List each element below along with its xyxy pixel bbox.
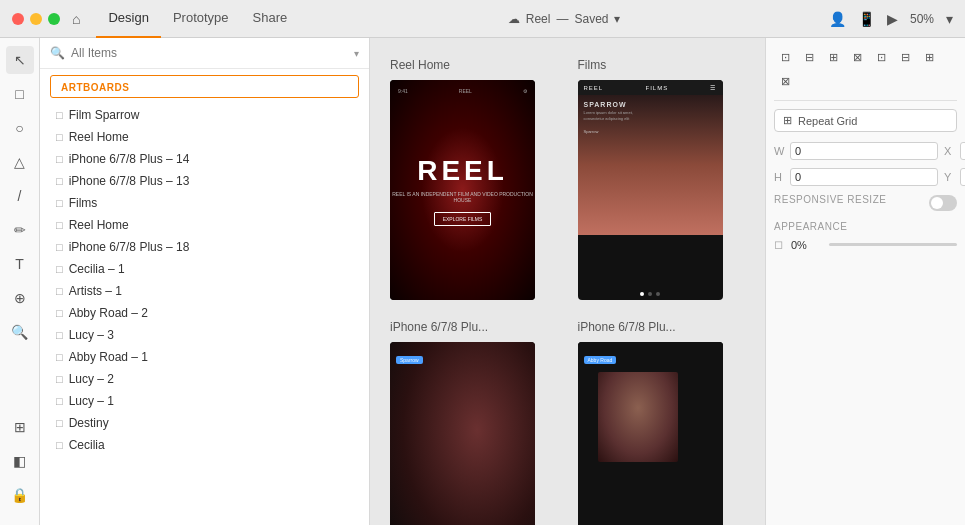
triangle-tool[interactable]: △: [6, 148, 34, 176]
play-icon[interactable]: ▶: [887, 11, 898, 27]
align-left-btn[interactable]: ⊡: [774, 46, 796, 68]
search-input[interactable]: [71, 46, 348, 60]
avatar-icon[interactable]: 👤: [829, 11, 846, 27]
width-label: W: [774, 145, 786, 157]
height-group: H: [774, 168, 938, 186]
list-item[interactable]: □Abby Road – 2: [40, 302, 369, 324]
reel-home-bg: 9:41REEL⚙ REEL REEL IS AN INDEPENDENT FI…: [390, 80, 535, 300]
device-icon[interactable]: 📱: [858, 11, 875, 27]
pen-tool[interactable]: ✏: [6, 216, 34, 244]
align-top-btn[interactable]: ⊡: [870, 46, 892, 68]
explore-films-button[interactable]: EXPLORE FILMS: [434, 212, 492, 226]
list-item[interactable]: □Reel Home: [40, 126, 369, 148]
list-item[interactable]: □Destiny: [40, 412, 369, 434]
dot-1: [640, 292, 644, 296]
close-button[interactable]: [12, 13, 24, 25]
list-item[interactable]: □iPhone 6/7/8 Plus – 18: [40, 236, 369, 258]
artboard-title-iphone13: iPhone 6/7/8 Plu...: [578, 320, 746, 334]
project-status: Saved: [574, 12, 608, 26]
align-center-h-btn[interactable]: ⊟: [798, 46, 820, 68]
tab-prototype[interactable]: Prototype: [161, 0, 241, 38]
films-bottom: [578, 288, 723, 300]
list-item[interactable]: □Cecilia: [40, 434, 369, 456]
sparrow-desc: Lorem ipsum dolor sit amet,consectetur a…: [584, 110, 633, 121]
filter-chevron-icon[interactable]: ▾: [354, 48, 359, 59]
component-tool[interactable]: ⊕: [6, 284, 34, 312]
opacity-value: 0%: [791, 239, 821, 251]
distribute-btn[interactable]: ⊠: [774, 70, 796, 92]
maximize-button[interactable]: [48, 13, 60, 25]
rectangle-tool[interactable]: □: [6, 80, 34, 108]
width-input[interactable]: [790, 142, 938, 160]
artboard-title-iphone14: iPhone 6/7/8 Plu...: [390, 320, 558, 334]
select-tool[interactable]: ↖: [6, 46, 34, 74]
repeat-grid-button[interactable]: ⊞ Repeat Grid: [774, 109, 957, 132]
nav-tabs: Design Prototype Share: [96, 0, 299, 38]
list-item[interactable]: □Lucy – 1: [40, 390, 369, 412]
list-item[interactable]: □Abby Road – 1: [40, 346, 369, 368]
iphone14-bg: Sparrow: [390, 342, 535, 525]
list-item[interactable]: □Reel Home: [40, 214, 369, 236]
films-overlay: SPARROW Lorem ipsum dolor sit amet,conse…: [584, 101, 633, 134]
align-bottom-btn[interactable]: ⊞: [918, 46, 940, 68]
reel-main-title: REEL: [417, 155, 508, 187]
zoom-tool[interactable]: 🔍: [6, 318, 34, 346]
films-content: SPARROW Lorem ipsum dolor sit amet,conse…: [578, 95, 723, 288]
x-group: X: [944, 142, 965, 160]
artboard-frame-iphone14[interactable]: Sparrow: [390, 342, 535, 525]
page-icon: □: [56, 395, 63, 407]
opacity-slider[interactable]: [829, 243, 957, 246]
minimize-button[interactable]: [30, 13, 42, 25]
assets-icon[interactable]: ◧: [6, 447, 34, 475]
responsive-resize-toggle[interactable]: [929, 195, 957, 211]
artboard-frame-films[interactable]: REEL FILMS ☰ SPARROW Lorem ipsum dolor s…: [578, 80, 723, 300]
chevron-icon[interactable]: ▾: [614, 12, 620, 26]
page-icon: □: [56, 131, 63, 143]
page-icon: □: [56, 351, 63, 363]
list-item[interactable]: □Artists – 1: [40, 280, 369, 302]
left-panel: 🔍 ▾ ARTBOARDS □Film Sparrow □Reel Home □…: [40, 38, 370, 525]
page-icon: □: [56, 109, 63, 121]
align-right-btn[interactable]: ⊞: [822, 46, 844, 68]
page-icon: □: [56, 197, 63, 209]
circle-tool[interactable]: ○: [6, 114, 34, 142]
project-name: Reel: [526, 12, 551, 26]
text-tool[interactable]: T: [6, 250, 34, 278]
align-grid-btn[interactable]: ⊠: [846, 46, 868, 68]
left-toolbar: ↖ □ ○ △ / ✏ T ⊕ 🔍 ⊞ ◧ 🔒: [0, 38, 40, 525]
list-item[interactable]: □Film Sparrow: [40, 104, 369, 126]
align-middle-btn[interactable]: ⊟: [894, 46, 916, 68]
dot-2: [648, 292, 652, 296]
zoom-dropdown-icon[interactable]: ▾: [946, 11, 953, 27]
artboard-frame-iphone13[interactable]: Abby Road Abby Road: [578, 342, 723, 525]
page-icon: □: [56, 373, 63, 385]
list-item[interactable]: □iPhone 6/7/8 Plus – 14: [40, 148, 369, 170]
page-icon: □: [56, 329, 63, 341]
dimensions-row-hxy: H Y: [774, 168, 957, 186]
list-item[interactable]: □iPhone 6/7/8 Plus – 13: [40, 170, 369, 192]
height-input[interactable]: [790, 168, 938, 186]
artboard-frame-reel-home[interactable]: 9:41REEL⚙ REEL REEL IS AN INDEPENDENT FI…: [390, 80, 535, 300]
y-input[interactable]: [960, 168, 965, 186]
list-item[interactable]: □Lucy – 3: [40, 324, 369, 346]
zoom-level[interactable]: 50%: [910, 12, 934, 26]
tab-design[interactable]: Design: [96, 0, 160, 38]
canvas-area[interactable]: Reel Home 9:41REEL⚙ REEL REEL IS AN INDE…: [370, 38, 765, 525]
line-tool[interactable]: /: [6, 182, 34, 210]
home-icon[interactable]: ⌂: [72, 11, 80, 27]
list-item[interactable]: □Films: [40, 192, 369, 214]
cloud-status: ☁ Reel — Saved ▾: [508, 12, 621, 26]
responsive-resize-row: RESPONSIVE RESIZE: [774, 194, 957, 211]
appearance-section: APPEARANCE ◻ 0%: [774, 221, 957, 251]
list-item[interactable]: □Cecilia – 1: [40, 258, 369, 280]
x-input[interactable]: [960, 142, 965, 160]
window-controls: [12, 13, 60, 25]
plugins-icon[interactable]: 🔒: [6, 481, 34, 509]
tab-share[interactable]: Share: [241, 0, 300, 38]
layers-icon[interactable]: ⊞: [6, 413, 34, 441]
films-bg: REEL FILMS ☰ SPARROW Lorem ipsum dolor s…: [578, 80, 723, 300]
artboards-section-label: ARTBOARDS: [50, 75, 359, 98]
width-group: W: [774, 142, 938, 160]
films-portrait: SPARROW Lorem ipsum dolor sit amet,conse…: [578, 95, 723, 235]
list-item[interactable]: □Lucy – 2: [40, 368, 369, 390]
